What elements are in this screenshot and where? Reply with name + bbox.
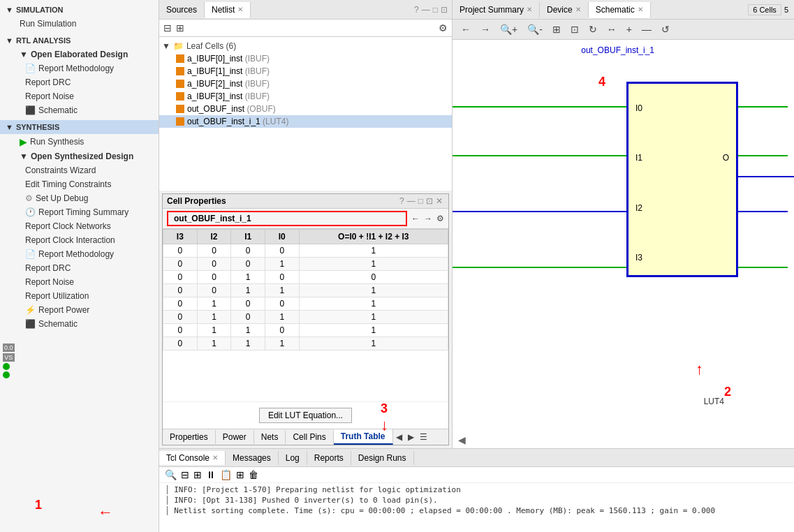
cell-1-0: 0 [163,258,198,271]
tree-ibuf1[interactable]: a_IBUF[1]_inst (IBUF) [159,65,452,77]
console-collapse-btn[interactable]: ⊟ [181,469,189,480]
open-synthesized-item[interactable]: ▼ Open Synthesized Design [0,149,159,163]
setup-debug-item[interactable]: ⚙ Set Up Debug [0,191,159,205]
console-clear-btn[interactable]: 🗑 [249,469,258,480]
prev-btn[interactable]: ← [411,214,420,223]
truth-table-tab[interactable]: Truth Table [334,429,393,445]
console-body: │ INFO: [Project 1-570] Preparing netlis… [159,483,794,532]
report-utilization-item[interactable]: Report Utilization [0,289,159,303]
maximize-btn[interactable]: ⊡ [441,5,448,15]
dash-btn[interactable]: — [639,22,654,36]
netlist-tab-close[interactable]: ✕ [237,6,243,13]
power-tab[interactable]: Power [216,430,254,444]
lut4-icon [176,117,184,126]
tree-ibuf2[interactable]: a_IBUF[2]_inst (IBUF) [159,77,452,90]
report-methodology-synth-item[interactable]: 📄 Report Methodology [0,247,159,261]
schematic-rtl-item[interactable]: ⬛ Schematic [0,103,159,117]
flip-btn[interactable]: ↔ [604,22,619,36]
props-tabbar: Properties Power Nets Cell Pins Truth Ta… [163,429,448,445]
scroll-left[interactable]: ◀ [458,434,466,445]
report-power-item[interactable]: ⚡ Report Power [0,303,159,317]
tree-ibuf0[interactable]: a_IBUF[0]_inst (IBUF) [159,52,452,65]
simulation-section[interactable]: ▼ SIMULATION [0,3,159,17]
schematic-tab-close[interactable]: ✕ [638,6,643,13]
edit-timing-item[interactable]: Edit Timing Constraints [0,177,159,191]
console-expand-btn[interactable]: ⊞ [193,469,202,480]
cell-props-max[interactable]: ⊡ [426,196,433,206]
minimize-btn[interactable]: — [422,5,430,15]
cell-pins-tab[interactable]: Cell Pins [286,430,333,444]
collapse-all-btn[interactable]: ⊟ [163,22,172,34]
project-summary-close[interactable]: ✕ [527,6,532,13]
console-pause-btn[interactable]: ⏸ [206,469,216,480]
cell-settings-btn[interactable]: ⚙ [436,214,444,223]
tree-obuf[interactable]: out_OBUF_inst (OBUF) [159,103,452,115]
netlist-tab[interactable]: Netlist ✕ [205,2,251,18]
schematic-synth-item[interactable]: ⬛ Schematic [0,317,159,331]
zoom-sel-btn[interactable]: ⊡ [568,22,582,36]
synthesis-section[interactable]: ▼ SYNTHESIS [0,120,159,134]
sources-tab[interactable]: Sources [159,2,205,17]
tcl-tab-close[interactable]: ✕ [212,454,218,461]
cell-props-restore[interactable]: □ [418,196,423,206]
next-btn[interactable]: → [424,214,432,223]
constraints-wizard-item[interactable]: Constraints Wizard [0,163,159,177]
fit-btn[interactable]: ⊞ [550,22,564,36]
synthesis-triangle: ▼ [6,123,13,131]
report-noise-rtl-item[interactable]: Report Noise [0,89,159,103]
props-menu-btn[interactable]: ☰ [417,430,430,444]
device-tab-close[interactable]: ✕ [575,6,581,13]
settings-btn[interactable]: ⚙ [439,22,448,34]
run-synthesis-item[interactable]: ▶ Run Synthesis [0,134,159,149]
add-btn[interactable]: + [624,22,635,36]
schematic-tab[interactable]: Schematic ✕ [589,2,651,18]
report-methodology-rtl-item[interactable]: 📄 Report Methodology [0,61,159,75]
expand-to-btn[interactable]: ⊞ [176,22,184,34]
messages-tab[interactable]: Messages [226,451,279,465]
tcl-console-tab[interactable]: Tcl Console ✕ [159,451,226,465]
truth-table-container: I3 I2 I1 I0 O=I0 + !I1 + I2 + I3 0000100… [163,229,448,401]
restore-btn[interactable]: □ [433,5,438,15]
help-btn[interactable]: ? [414,5,419,15]
gear-icon: ⚙ [25,193,33,203]
design-runs-tab[interactable]: Design Runs [351,451,414,465]
power-icon: ⚡ [25,305,36,315]
annotation-2: 2 [724,385,731,399]
forward-btn[interactable]: → [478,22,493,36]
cell-4-1: 1 [197,297,231,311]
cell-props-min[interactable]: — [407,196,416,206]
rtl-analysis-section[interactable]: ▼ RTL ANALYSIS [0,34,159,47]
nets-tab[interactable]: Nets [254,430,286,444]
leaf-cells-group[interactable]: ▼ 📁 Leaf Cells (6) [159,40,452,52]
open-elaborated-item[interactable]: ▼ Open Elaborated Design [0,47,159,61]
cell-props-close[interactable]: ✕ [436,196,443,206]
properties-tab[interactable]: Properties [163,430,216,444]
console-search-btn[interactable]: 🔍 [165,469,177,480]
next-tab-btn[interactable]: ▶ [405,430,417,444]
report-noise-synth-item[interactable]: Report Noise [0,275,159,289]
back-btn[interactable]: ← [458,22,473,36]
tree-ibuf3[interactable]: a_IBUF[3]_inst (IBUF) [159,90,452,103]
cell-props-header: Cell Properties ? — □ ⊡ ✕ [163,194,448,209]
device-tab[interactable]: Device ✕ [540,2,589,17]
rotate-btn[interactable]: ↻ [586,22,600,36]
prev-tab-btn[interactable]: ◀ [393,430,405,444]
project-summary-tab[interactable]: Project Summary ✕ [453,2,540,17]
console-line-1: │ INFO: [Opt 31-138] Pushed 0 inverter(s… [165,495,788,505]
console-copy-btn[interactable]: 📋 [220,469,232,480]
edit-lut-btn[interactable]: Edit LUT Equation... [259,408,352,423]
report-drc-synth-item[interactable]: Report DRC [0,261,159,275]
run-simulation-item[interactable]: Run Simulation [0,17,159,31]
zoom-out-btn[interactable]: 🔍- [524,22,545,36]
report-timing-item[interactable]: 🕐 Report Timing Summary [0,205,159,219]
zoom-in-btn[interactable]: 🔍+ [497,22,520,36]
log-tab[interactable]: Log [279,451,307,465]
tree-lut4[interactable]: out_OBUF_inst_i_1 (LUT4) [159,115,452,128]
reports-tab[interactable]: Reports [307,451,351,465]
console-table-btn[interactable]: ⊞ [236,469,244,480]
report-clock-networks-item[interactable]: Report Clock Networks [0,219,159,233]
report-clock-interaction-item[interactable]: Report Clock Interaction [0,233,159,247]
report-drc-rtl-item[interactable]: Report DRC [0,75,159,89]
refresh-btn[interactable]: ↺ [659,22,672,36]
cell-props-help[interactable]: ? [399,196,404,206]
